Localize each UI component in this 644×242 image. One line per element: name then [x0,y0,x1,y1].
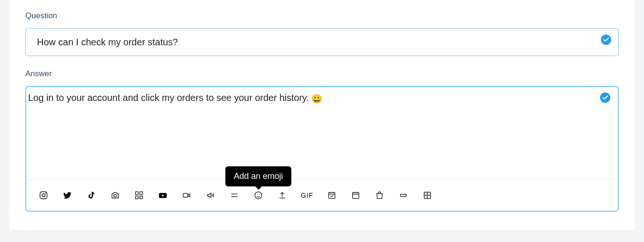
svg-rect-4 [136,192,139,195]
shopping-bag-icon[interactable] [374,190,385,200]
editor-card: Question Answer Log in to your account a… [9,0,635,230]
answer-toolbar: Add an emoji GIF [26,179,618,211]
answer-text: Log in to your account and click my orde… [28,93,311,103]
svg-rect-5 [140,192,143,195]
svg-rect-29 [401,194,407,197]
calendar-icon[interactable] [351,190,361,200]
twitter-icon[interactable] [62,190,73,200]
question-field-wrapper [25,28,619,56]
svg-point-1 [42,194,45,197]
camera-icon[interactable] [110,190,120,200]
upload-icon[interactable] [277,190,287,200]
question-valid-check-icon [601,35,611,45]
grid-icon[interactable] [134,190,144,200]
calendar-check-icon[interactable] [327,190,337,200]
instagram-icon[interactable] [38,190,49,200]
answer-valid-check-icon [600,93,610,103]
emoji-tooltip: Add an emoji [225,166,291,186]
video-icon[interactable] [182,190,192,200]
youtube-icon[interactable] [158,190,168,200]
svg-rect-15 [329,192,335,199]
svg-rect-9 [183,193,188,197]
svg-rect-0 [40,192,47,199]
pill-icon[interactable] [398,190,409,200]
answer-editor: Log in to your account and click my orde… [25,86,619,212]
answer-emoji: 😀 [311,94,322,104]
question-input[interactable] [25,28,619,56]
svg-point-13 [257,194,257,195]
table-icon[interactable] [422,190,432,200]
gif-icon[interactable]: GIF [301,190,313,200]
divider-icon[interactable] [229,190,240,200]
svg-point-2 [45,193,46,194]
svg-point-3 [114,194,117,197]
question-label: Question [25,11,619,21]
gif-label: GIF [301,192,313,199]
answer-label: Answer [25,69,619,78]
answer-textarea[interactable]: Log in to your account and click my orde… [26,87,618,179]
svg-rect-7 [140,196,143,199]
emoji-icon[interactable]: Add an emoji [253,190,263,200]
svg-point-14 [259,194,260,195]
svg-rect-19 [353,192,359,199]
svg-rect-6 [136,196,139,199]
audio-icon[interactable] [205,190,216,200]
tiktok-icon[interactable] [86,190,96,200]
